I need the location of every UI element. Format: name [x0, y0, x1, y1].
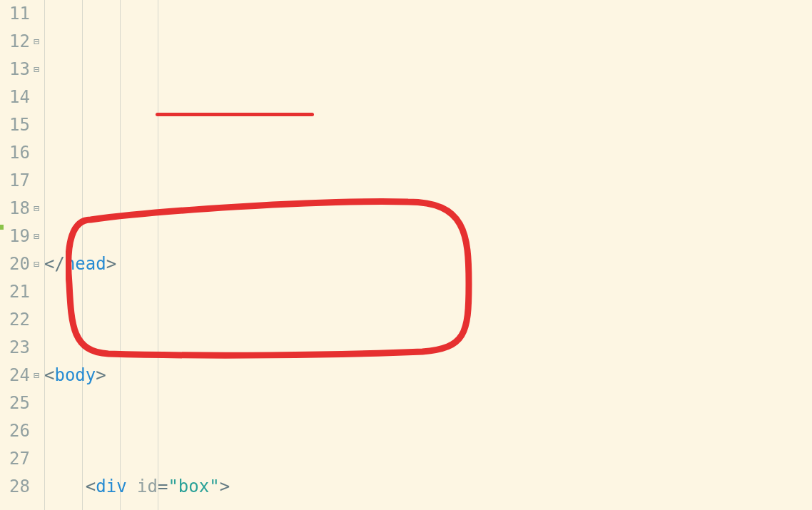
line-number: 26: [9, 417, 30, 445]
line-number: 11: [9, 0, 30, 28]
line-number: 14: [9, 83, 30, 111]
line-number: 15: [9, 111, 30, 139]
line-number: 16: [9, 139, 30, 167]
line-number: 22: [9, 306, 30, 334]
fold-marker[interactable]: ⊟: [33, 362, 40, 389]
fold-marker[interactable]: ⊟: [33, 56, 40, 83]
line-number: 25: [9, 389, 30, 417]
fold-marker[interactable]: ⊟: [33, 250, 40, 278]
annotation-underline: [156, 113, 314, 116]
line-number: 28: [9, 473, 30, 501]
code-line[interactable]: <div id="box">: [44, 473, 812, 501]
line-number: 18: [9, 195, 30, 223]
line-number: 24: [9, 362, 30, 389]
fold-marker[interactable]: ⊟: [33, 195, 40, 223]
line-number: 20: [9, 250, 30, 278]
line-number: 19: [9, 223, 30, 250]
line-number-gutter: 11 12⊟ 13⊟ 14 15 16 17 18⊟ 19⊟ 20⊟ 21 22…: [0, 0, 44, 510]
code-line[interactable]: </head>: [44, 250, 812, 278]
code-area[interactable]: </head> <body> <div id="box"> <input v-f…: [44, 0, 812, 510]
line-number: 13: [9, 56, 30, 83]
line-number: 17: [9, 167, 30, 195]
line-number: 21: [9, 278, 30, 306]
code-editor[interactable]: 11 12⊟ 13⊟ 14 15 16 17 18⊟ 19⊟ 20⊟ 21 22…: [0, 0, 812, 510]
fold-marker[interactable]: ⊟: [33, 28, 40, 56]
line-number: 12: [9, 28, 30, 56]
line-number: 23: [9, 334, 30, 362]
fold-marker[interactable]: ⊟: [33, 223, 40, 250]
line-number: 27: [9, 445, 30, 473]
code-line[interactable]: <body>: [44, 362, 812, 389]
